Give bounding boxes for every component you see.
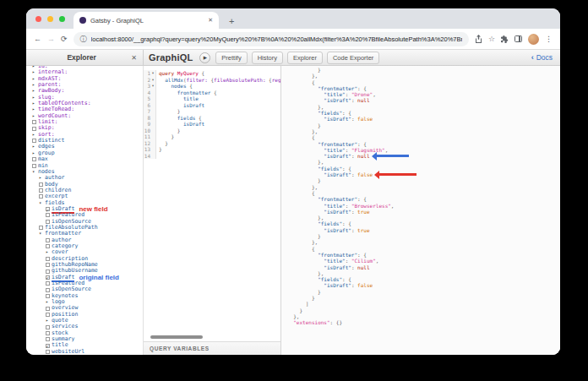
editor-line[interactable]: 4 frontmatter { bbox=[144, 90, 280, 96]
checkbox-icon[interactable] bbox=[46, 244, 50, 248]
close-window-button[interactable] bbox=[35, 16, 41, 22]
explorer-item-position[interactable]: position bbox=[32, 312, 143, 318]
tree-collapsed-icon[interactable]: ▸ bbox=[39, 175, 45, 181]
explorer-item-frontmatter[interactable]: ▾frontmatter bbox=[32, 231, 143, 237]
checkbox-icon[interactable] bbox=[46, 313, 50, 317]
explorer-item-overview[interactable]: overview bbox=[32, 305, 143, 311]
tree-collapsed-icon[interactable]: ▸ bbox=[32, 132, 38, 138]
explorer-button[interactable]: Explorer bbox=[287, 52, 323, 64]
close-tab-icon[interactable]: ✕ bbox=[208, 17, 213, 24]
checkbox-icon[interactable] bbox=[46, 269, 50, 274]
checkbox-icon[interactable] bbox=[46, 238, 50, 242]
tree-collapsed-icon[interactable]: ▸ bbox=[32, 101, 38, 106]
prettify-button[interactable]: Prettify bbox=[215, 52, 247, 64]
editor-line[interactable]: 6 isDraft bbox=[144, 102, 280, 109]
editor-line[interactable]: 8 fields { bbox=[144, 115, 280, 122]
tree-collapsed-icon[interactable]: ▸ bbox=[32, 69, 38, 75]
zoom-window-button[interactable] bbox=[59, 16, 65, 22]
query-editor[interactable]: 1▾query MyQuery {2▾ allMdx(filter: {file… bbox=[144, 66, 281, 355]
explorer-item-quote[interactable]: ▸quote bbox=[32, 318, 143, 324]
browser-menu-icon[interactable]: ⋮ bbox=[545, 35, 553, 43]
checkbox-checked-icon[interactable] bbox=[46, 344, 50, 348]
tree-collapsed-icon[interactable]: ▸ bbox=[32, 106, 38, 112]
address-bar[interactable]: ⓘ localhost:8000/__graphql?query=query%2… bbox=[74, 32, 469, 46]
tree-expanded-icon[interactable]: ▾ bbox=[39, 200, 45, 206]
bookmark-star-icon[interactable]: ☆ bbox=[488, 35, 495, 43]
explorer-item-stock[interactable]: stock bbox=[32, 330, 143, 336]
checkbox-icon[interactable] bbox=[39, 226, 43, 230]
docs-button[interactable]: ‹ Docs bbox=[524, 50, 560, 65]
checkbox-icon[interactable] bbox=[46, 281, 50, 286]
reload-icon[interactable]: ⟳ bbox=[61, 35, 68, 43]
tree-collapsed-icon[interactable]: ▸ bbox=[46, 249, 52, 255]
history-button[interactable]: History bbox=[252, 52, 283, 64]
execute-query-button[interactable]: ▶ bbox=[199, 52, 210, 63]
explorer-item-services[interactable]: services bbox=[32, 324, 143, 329]
back-icon[interactable]: ← bbox=[34, 35, 41, 43]
explorer-item-isdraft[interactable]: isDraftoriginal field bbox=[32, 275, 143, 280]
fold-arrow-icon[interactable]: ▾ bbox=[150, 77, 155, 84]
tree-collapsed-icon[interactable]: ▸ bbox=[32, 144, 38, 150]
editor-line[interactable]: 11 } bbox=[144, 133, 280, 140]
checkbox-icon[interactable] bbox=[46, 307, 50, 311]
checkbox-icon[interactable] bbox=[46, 331, 50, 335]
checkbox-icon[interactable] bbox=[39, 182, 43, 187]
checkbox-icon[interactable] bbox=[32, 157, 36, 161]
fold-arrow-icon[interactable]: ▾ bbox=[150, 70, 155, 77]
fold-arrow-icon[interactable]: ▾ bbox=[150, 83, 155, 90]
code-exporter-button[interactable]: Code Exporter bbox=[327, 52, 379, 64]
checkbox-icon[interactable] bbox=[46, 337, 50, 341]
explorer-item-keynotes[interactable]: keynotes bbox=[32, 293, 143, 299]
tree-collapsed-icon[interactable]: ▸ bbox=[46, 318, 52, 324]
editor-line[interactable]: 2▾ allMdx(filter: {fileAbsolutePath: {re… bbox=[144, 77, 280, 84]
checkbox-icon[interactable] bbox=[32, 164, 36, 168]
site-info-icon[interactable]: ⓘ bbox=[80, 35, 87, 44]
editor-line[interactable]: 3▾ nodes { bbox=[144, 83, 280, 90]
editor-line[interactable]: 5 title bbox=[144, 95, 280, 102]
tree-collapsed-icon[interactable]: ▸ bbox=[46, 299, 52, 305]
checkbox-icon[interactable] bbox=[46, 213, 50, 217]
explorer-item-websiteurl[interactable]: websiteUrl bbox=[32, 349, 143, 355]
minimize-window-button[interactable] bbox=[47, 16, 53, 22]
tree-collapsed-icon[interactable]: ▸ bbox=[32, 76, 38, 82]
tree-collapsed-icon[interactable]: ▸ bbox=[32, 113, 38, 119]
checkbox-checked-icon[interactable] bbox=[46, 275, 50, 280]
editor-line[interactable]: 13} bbox=[144, 146, 280, 153]
query-variables-bar[interactable]: QUERY VARIABLES bbox=[144, 341, 280, 355]
checkbox-icon[interactable] bbox=[39, 188, 43, 193]
editor-line[interactable]: 10 } bbox=[144, 128, 280, 134]
editor-line[interactable]: 7 } bbox=[144, 108, 280, 115]
editor-line[interactable]: 1▾query MyQuery { bbox=[144, 70, 280, 77]
explorer-item-author[interactable]: author bbox=[32, 237, 143, 243]
explorer-item-isopensource[interactable]: isOpenSource bbox=[32, 286, 143, 292]
checkbox-icon[interactable] bbox=[46, 288, 50, 292]
browser-tab[interactable]: Gatsby - GraphiQL ✕ bbox=[74, 12, 219, 29]
share-icon[interactable] bbox=[475, 35, 482, 43]
tree-expanded-icon[interactable]: ▾ bbox=[32, 169, 38, 175]
checkbox-icon[interactable] bbox=[32, 120, 36, 124]
editor-line[interactable]: 14 bbox=[144, 153, 280, 160]
checkbox-icon[interactable] bbox=[46, 220, 50, 224]
checkbox-icon[interactable] bbox=[46, 325, 50, 329]
explorer-item-title[interactable]: title bbox=[32, 342, 143, 348]
tree-expanded-icon[interactable]: ▾ bbox=[39, 231, 45, 237]
tree-collapsed-icon[interactable]: ▸ bbox=[32, 150, 38, 156]
editor-line[interactable]: 9 isDraft bbox=[144, 121, 280, 128]
checkbox-icon[interactable] bbox=[46, 263, 50, 267]
explorer-item-max[interactable]: max bbox=[32, 156, 143, 162]
tree-collapsed-icon[interactable]: ▸ bbox=[32, 95, 38, 101]
checkbox-icon[interactable] bbox=[32, 127, 36, 131]
extensions-puzzle-icon[interactable] bbox=[501, 35, 509, 43]
tree-collapsed-icon[interactable]: ▸ bbox=[32, 82, 38, 88]
checkbox-icon[interactable] bbox=[39, 194, 43, 199]
checkbox-checked-icon[interactable] bbox=[46, 207, 50, 211]
new-tab-button[interactable]: + bbox=[229, 16, 234, 26]
checkbox-icon[interactable] bbox=[46, 350, 50, 354]
explorer-item-summary[interactable]: summary bbox=[32, 336, 143, 342]
checkbox-icon[interactable] bbox=[32, 139, 36, 143]
explorer-item-logo[interactable]: ▸logo bbox=[32, 299, 143, 305]
explorer-close-icon[interactable]: ✕ bbox=[131, 54, 137, 62]
explorer-item-category[interactable]: category bbox=[32, 243, 143, 249]
explorer-item-group[interactable]: ▸group bbox=[32, 150, 143, 156]
editor-horizontal-scrollbar[interactable] bbox=[150, 335, 203, 339]
